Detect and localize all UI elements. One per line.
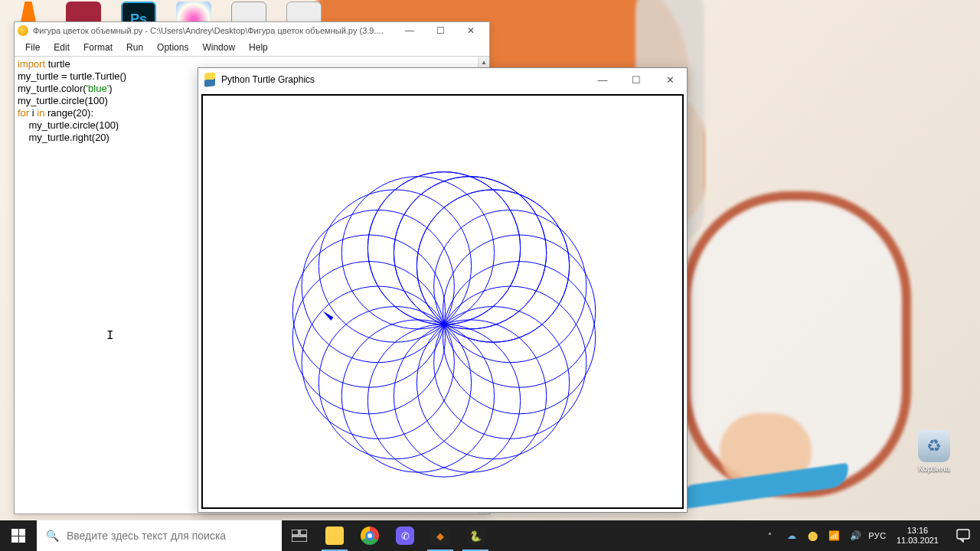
text-cursor-icon: I: [106, 329, 114, 343]
keyword-import: import: [18, 58, 45, 70]
chrome-icon: [361, 527, 379, 545]
menu-options[interactable]: Options: [151, 41, 194, 54]
search-icon: 🔍: [46, 530, 59, 542]
python-icon: 🐍: [466, 527, 485, 545]
idle-titlebar[interactable]: Фигура цветок объемный.py - C:\Users\And…: [15, 22, 489, 39]
notification-icon: [956, 529, 970, 543]
svg-rect-23: [300, 530, 307, 535]
app-icon: ◆: [431, 527, 449, 545]
desktop: Ps Фигура цветок объемный.py - C:\Users\…: [0, 0, 980, 551]
idle-window-title: Фигура цветок объемный.py - C:\Users\And…: [33, 26, 394, 35]
tray-overflow-button[interactable]: ˄: [762, 520, 779, 551]
menu-edit[interactable]: Edit: [47, 41, 76, 54]
file-explorer-button[interactable]: [317, 520, 352, 551]
close-button[interactable]: ✕: [456, 22, 486, 39]
keyword-in: in: [37, 107, 44, 119]
task-view-button[interactable]: [282, 520, 317, 551]
turtle-drawing: [203, 96, 682, 507]
taskbar: 🔍 Введите здесь текст для поиска ✆ ◆ 🐍 ˄…: [0, 520, 980, 551]
language-indicator[interactable]: РУС: [869, 520, 886, 551]
python-file-icon: [18, 25, 28, 36]
recycle-bin-label: Корзина: [911, 464, 957, 473]
taskbar-clock[interactable]: 13:16 11.03.2021: [890, 526, 945, 546]
code-line: my_turtle.circle(100): [18, 119, 119, 131]
menu-format[interactable]: Format: [77, 41, 119, 54]
code-text: i: [29, 107, 37, 119]
turtle-canvas: [201, 94, 684, 509]
task-view-icon: [290, 527, 309, 545]
maximize-button[interactable]: ☐: [619, 68, 653, 91]
clock-date: 11.03.2021: [897, 536, 939, 546]
windows-logo-icon: [11, 529, 25, 543]
idle-menubar: File Edit Format Run Options Window Help: [15, 39, 489, 56]
start-button[interactable]: [0, 520, 37, 551]
code-text: ): [109, 83, 112, 94]
menu-run[interactable]: Run: [120, 41, 149, 54]
turtle-titlebar[interactable]: Python Turtle Graphics — ☐ ✕: [198, 68, 687, 91]
menu-window[interactable]: Window: [196, 41, 241, 54]
svg-rect-24: [292, 536, 307, 542]
svg-rect-25: [957, 530, 969, 539]
search-placeholder: Введите здесь текст для поиска: [67, 530, 226, 542]
code-text: turtle: [45, 58, 70, 70]
idle-taskbar-button[interactable]: 🐍: [458, 520, 493, 551]
volume-icon[interactable]: 🔊: [848, 520, 864, 551]
turtle-graphics-window[interactable]: Python Turtle Graphics — ☐ ✕: [198, 67, 688, 513]
app-button[interactable]: ◆: [423, 520, 458, 551]
svg-marker-21: [322, 311, 333, 320]
code-line: my_turtle.circle(100): [18, 95, 108, 106]
maximize-button[interactable]: ☐: [425, 22, 456, 39]
recycle-bin-icon: [918, 430, 950, 462]
scroll-up-arrow-icon[interactable]: ▲: [479, 57, 489, 68]
viber-button[interactable]: ✆: [387, 520, 423, 551]
keyword-for: for: [18, 107, 29, 119]
code-text: range(20):: [44, 107, 93, 119]
recycle-bin[interactable]: Корзина: [911, 430, 957, 473]
code-text: my_turtle.color(: [18, 83, 87, 94]
system-tray: ˄ ☁ ⬤ 📶 🔊 РУС 13:16 11.03.2021: [762, 520, 980, 551]
minimize-button[interactable]: —: [586, 68, 619, 91]
chrome-button[interactable]: [352, 520, 387, 551]
code-line: my_turtle = turtle.Turtle(): [18, 70, 126, 82]
clock-time: 13:16: [897, 526, 939, 536]
minimize-button[interactable]: —: [394, 22, 425, 39]
network-icon[interactable]: 📶: [826, 520, 843, 551]
svg-rect-22: [292, 530, 299, 535]
action-center-button[interactable]: [949, 529, 977, 543]
python-feather-icon: [204, 72, 215, 86]
security-icon[interactable]: ⬤: [805, 520, 822, 551]
onedrive-icon[interactable]: ☁: [783, 520, 800, 551]
menu-file[interactable]: File: [19, 41, 46, 54]
close-button[interactable]: ✕: [653, 68, 687, 91]
string-literal: 'blue': [87, 83, 109, 94]
menu-help[interactable]: Help: [243, 41, 274, 54]
taskbar-search[interactable]: 🔍 Введите здесь текст для поиска: [37, 520, 282, 551]
folder-icon: [325, 527, 344, 545]
turtle-window-title: Python Turtle Graphics: [221, 74, 586, 85]
viber-icon: ✆: [396, 527, 414, 545]
code-line: my_turtle.right(20): [18, 132, 109, 143]
